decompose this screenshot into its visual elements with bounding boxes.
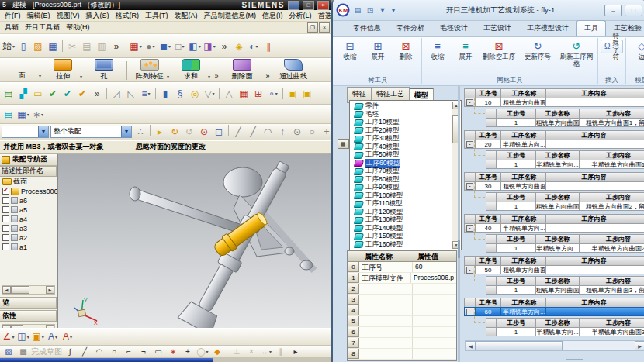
step-row[interactable]: 1 半精铣单方向... 半精铣单方向曲面2	[486, 243, 644, 253]
grid-expand-button[interactable]: ≡展开	[452, 40, 479, 60]
toolbar-separator[interactable]	[150, 125, 151, 136]
menu-item[interactable]: 编辑(E)	[24, 10, 54, 21]
chamfer-icon[interactable]: ¬	[137, 346, 151, 357]
property-row[interactable]: 2	[348, 284, 456, 295]
key-tool-icon[interactable]: ◈	[232, 40, 246, 53]
grid-surface-icon[interactable]: ▦	[237, 87, 251, 101]
operation-row[interactable]: - 10 粗铣单方向曲面	[465, 98, 644, 107]
row-number-button[interactable]: 6	[348, 327, 359, 337]
toolbar-separator[interactable]	[282, 88, 283, 99]
qat-open-icon[interactable]: ◳	[365, 5, 376, 16]
orient-cube-icon[interactable]: ▣	[31, 329, 45, 343]
toolbar-overflow-icon[interactable]: »	[90, 87, 104, 101]
toolbar-separator[interactable]	[126, 40, 126, 52]
sketch-panel-icon[interactable]: ▧	[2, 346, 16, 357]
toolbar-separator[interactable]	[155, 88, 156, 99]
snap-cube-icon[interactable]: ◫	[16, 329, 30, 343]
update-sequence-button[interactable]: ↻更新序号	[519, 40, 556, 60]
ribbon-tab[interactable]: 零件分析	[389, 20, 432, 36]
torus-icon[interactable]: ◎	[188, 87, 202, 101]
arc-icon[interactable]: ◠	[92, 346, 106, 357]
pattern-curve-icon[interactable]: ◆	[210, 346, 224, 357]
collapsed-panel-bar[interactable]: 览	[0, 297, 57, 309]
pane-splitter[interactable]	[458, 86, 460, 362]
navigator-column-header[interactable]: 描述性部件名	[0, 166, 57, 177]
model-top-bracket[interactable]	[223, 167, 262, 197]
datum-axis-icon[interactable]: ∠	[2, 329, 16, 343]
menu-item[interactable]: 信息(I)	[259, 10, 286, 21]
view-layout-icon[interactable]: ▦	[129, 40, 143, 53]
collapsed-panel-bar[interactable]: 依性	[0, 310, 57, 322]
sketch-doc-icon[interactable]: ▤	[2, 87, 16, 101]
collapse-icon[interactable]: -	[466, 267, 473, 274]
km-maximize-button[interactable]: □	[625, 5, 642, 16]
relations-icon[interactable]: ∗	[31, 108, 45, 122]
step-row[interactable]: 1 半精铣单方向... 半精铣单方向曲面3	[486, 327, 644, 336]
visibility-checkbox[interactable]	[2, 215, 9, 222]
navigator-tree-row[interactable]: a6	[0, 196, 57, 205]
selection-scope-combo[interactable]: 整个装配▼	[50, 126, 132, 138]
property-row[interactable]: 1 工序模型文件 Process006.p	[348, 273, 456, 284]
pattern-feature-button[interactable]: 阵列特征	[130, 59, 170, 81]
step-row[interactable]: 1 粗铣单方向曲面 粗铣单方向曲面2，留余	[486, 202, 644, 211]
move-object-icon[interactable]: ◨	[203, 40, 216, 53]
nx-graphics-window[interactable]: Y X 装配导航器 描述性部件名	[0, 154, 331, 328]
nx-title-bar[interactable]: 5 - 建模 - [Process006.prt （修改的）] SIEMENS …	[0, 0, 331, 10]
snap-circle-icon[interactable]: ○	[305, 125, 319, 139]
menu-item[interactable]: 件(F)	[2, 10, 24, 21]
snap-center-icon[interactable]: ⊙	[290, 125, 304, 139]
navigator-tree-row[interactable]: a3	[0, 224, 57, 233]
km-minimize-button[interactable]: –	[604, 5, 622, 16]
draft-body-icon[interactable]: ◺	[124, 87, 138, 101]
extrude-button[interactable]: 拉伸	[43, 59, 83, 81]
finish-sketch-button[interactable]: 完成草图	[31, 346, 62, 357]
menu-item[interactable]: 视图(V)	[54, 10, 83, 21]
toolbar-overflow-icon[interactable]: »	[263, 61, 272, 80]
through-curves-button[interactable]: 通过曲线	[273, 59, 313, 81]
checker-icon[interactable]: ▩	[16, 346, 30, 357]
polygon-icon[interactable]: ∗	[166, 346, 180, 357]
constraints-icon[interactable]: ∥	[261, 40, 275, 53]
property-row[interactable]: 3	[348, 295, 456, 305]
menu-item[interactable]: 具箱	[2, 22, 22, 33]
text-style-icon[interactable]: A	[46, 329, 60, 343]
paw-icon[interactable]: ∴	[133, 125, 147, 139]
qat-new-icon[interactable]: ▤	[352, 5, 363, 16]
table-grid-icon[interactable]: ▦	[16, 108, 30, 122]
refresh-grid-button[interactable]: ↺刷新工序网格	[558, 40, 595, 67]
visibility-checkbox[interactable]	[2, 206, 9, 213]
open-icon[interactable]: ▨	[31, 40, 45, 53]
box-select-icon[interactable]: ◻	[212, 125, 226, 139]
save-icon[interactable]: ▦	[46, 40, 60, 53]
delete-empty-op-button[interactable]: ⊠删除空工序	[480, 40, 518, 60]
dimension-icon[interactable]: ↔	[259, 346, 273, 357]
row-number-button[interactable]: 1	[348, 273, 359, 283]
shaded-view-icon[interactable]: ●	[144, 40, 158, 53]
row-number-button[interactable]: 3	[348, 295, 359, 305]
property-row[interactable]: 5	[348, 316, 456, 327]
chevron-down-icon[interactable]: ▼	[38, 126, 48, 137]
section-clip-icon[interactable]: ◧	[188, 40, 202, 53]
model-left-arm[interactable]	[134, 188, 242, 234]
flag-icon[interactable]: ▸	[153, 125, 167, 139]
delete-face-button[interactable]: 删除面	[222, 59, 262, 81]
menu-item[interactable]: 工具(T)	[142, 10, 171, 21]
row-header[interactable]	[486, 327, 497, 336]
selection-filter-combo[interactable]: ▼	[2, 126, 49, 138]
navigator-tree-row[interactable]: a2	[0, 233, 57, 243]
menu-item[interactable]: 产品制造信息(M)	[201, 10, 260, 21]
toolbar-separator[interactable]	[106, 88, 107, 99]
menu-item[interactable]: 开目工具箱	[22, 22, 63, 33]
constraint-icon[interactable]: ⊥	[230, 346, 244, 357]
unite-button[interactable]: 求和	[171, 59, 211, 81]
cubes-icon[interactable]: ▣	[286, 87, 299, 101]
row-number-button[interactable]: 2	[348, 284, 359, 294]
menu-item[interactable]: 分析(L)	[286, 10, 315, 21]
grid-hscrollbar[interactable]: ◀▶	[465, 340, 644, 351]
property-row[interactable]: 6	[348, 327, 456, 338]
operation-row[interactable]: - 40 半精铣单方向...	[465, 223, 644, 233]
km-title-bar[interactable]: KM ▤◳▼ ▾ 开目三维机加工艺规划系统 - fly-1 – □	[333, 0, 644, 21]
funnel-icon[interactable]: ▽	[203, 87, 216, 101]
special-char-button[interactable]: Ω特殊字符	[601, 40, 623, 53]
row-header[interactable]	[486, 160, 497, 169]
